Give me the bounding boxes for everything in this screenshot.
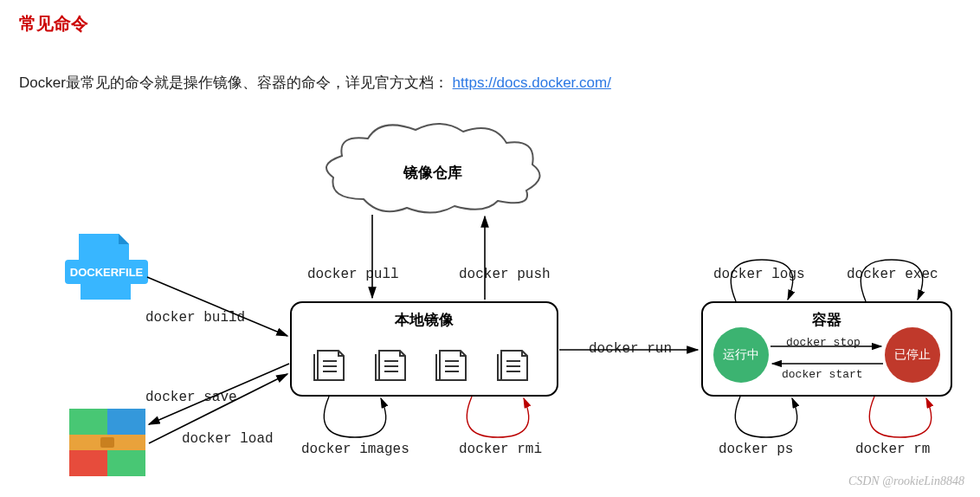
cmd-rmi: docker rmi <box>459 442 542 457</box>
state-running-circle: 运行中 <box>713 327 769 383</box>
subtitle-text: Docker最常见的命令就是操作镜像、容器的命令，详见官方文档： <box>19 74 448 91</box>
image-stack-icon <box>496 339 536 384</box>
cmd-ps: docker ps <box>719 442 793 457</box>
cmd-build: docker build <box>145 310 245 326</box>
dockerfile-label: DOCKERFILE <box>70 266 144 279</box>
cloud-registry: 镜像仓库 <box>320 121 545 216</box>
cloud-label: 镜像仓库 <box>320 163 545 183</box>
cmd-stop: docker stop <box>786 336 861 349</box>
page-subtitle: Docker最常见的命令就是操作镜像、容器的命令，详见官方文档： https:/… <box>19 73 611 93</box>
cmd-start: docker start <box>782 368 863 381</box>
svg-line-21 <box>147 277 287 336</box>
page-title: 常见命令 <box>19 12 88 36</box>
image-stack-icon <box>313 339 352 384</box>
svg-rect-6 <box>100 437 114 448</box>
image-stack-icon <box>374 339 414 384</box>
cmd-run: docker run <box>589 341 672 357</box>
state-stopped-circle: 已停止 <box>885 327 940 383</box>
svg-rect-3 <box>69 447 107 476</box>
watermark: CSDN @rookieLin8848 <box>848 474 964 488</box>
archive-icon <box>69 409 145 476</box>
image-stack-row <box>306 339 543 384</box>
svg-rect-1 <box>69 409 107 438</box>
cmd-save: docker save <box>145 390 237 405</box>
svg-rect-2 <box>107 409 145 438</box>
image-stack-icon <box>435 339 474 384</box>
cmd-logs: docker logs <box>713 267 805 282</box>
cmd-load: docker load <box>182 431 274 447</box>
svg-rect-4 <box>107 447 145 476</box>
cmd-exec: docker exec <box>847 267 938 282</box>
docs-link[interactable]: https://docs.docker.com/ <box>453 74 611 91</box>
local-images-title: 本地镜像 <box>292 310 557 330</box>
cmd-rm: docker rm <box>855 442 930 457</box>
cmd-push: docker push <box>459 267 551 282</box>
cmd-images: docker images <box>301 442 409 457</box>
local-images-box: 本地镜像 <box>290 301 558 397</box>
dockerfile-icon: DOCKERFILE <box>65 234 148 301</box>
cmd-pull: docker pull <box>307 267 399 282</box>
